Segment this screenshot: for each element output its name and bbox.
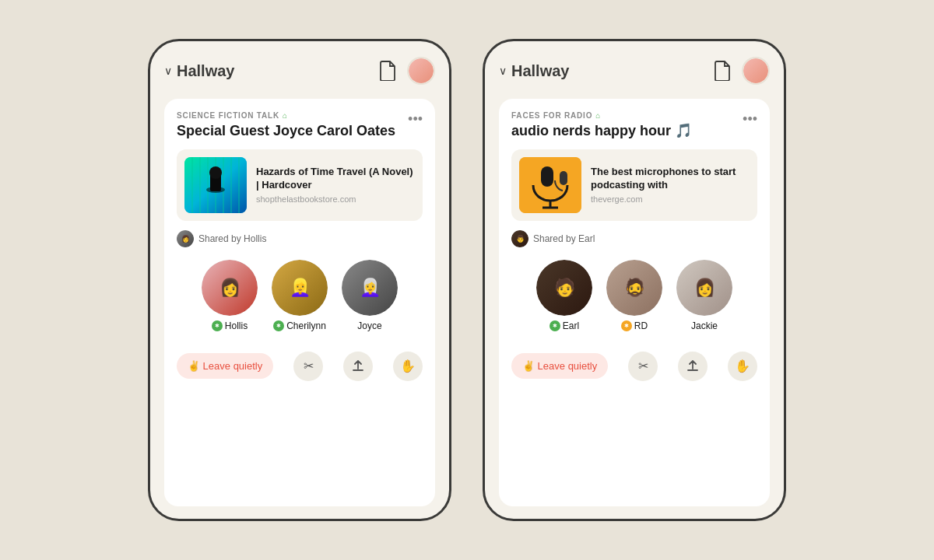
active-dot-cherilynn: ✱ <box>273 320 284 331</box>
participant-earl: 🧑 ✱ Earl <box>536 260 592 331</box>
phone-frame-1: ∨ Hallway SCIENCE FICTION TALK ⌂ S <box>148 39 451 521</box>
chevron-down-icon-2: ∨ <box>499 65 507 77</box>
link-domain-2: theverge.com <box>591 194 750 204</box>
participant-name-earl: ✱ Earl <box>550 320 579 331</box>
participant-name-joyce: Joyce <box>357 320 381 331</box>
room-card-1: SCIENCE FICTION TALK ⌂ Special Guest Joy… <box>164 99 435 506</box>
room-category-1: SCIENCE FICTION TALK ⌂ <box>177 111 402 120</box>
link-title-1: Hazards of Time Travel (A Novel) | Hardc… <box>256 166 415 192</box>
link-thumbnail-2 <box>519 157 581 213</box>
avatar-rd: 🧔 <box>606 260 662 316</box>
shared-avatar-earl: 👨 <box>511 230 528 247</box>
user-avatar-2[interactable] <box>742 57 770 85</box>
avatar-hollis: 👩 <box>202 260 258 316</box>
hallway-title-1: Hallway <box>177 62 234 80</box>
svg-rect-15 <box>560 171 567 185</box>
participant-hollis: 👩 ✱ Hollis <box>202 260 258 331</box>
participant-name-jackie: Jackie <box>691 320 718 331</box>
avatar-joyce: 👩‍🦳 <box>342 260 398 316</box>
room-card-2: FACES FOR RADIO ⌂ audio nerds happy hour… <box>499 99 770 506</box>
participant-cherilynn: 👱‍♀️ ✱ Cherilynn <box>272 260 328 331</box>
card-meta-2: FACES FOR RADIO ⌂ audio nerds happy hour… <box>511 111 736 140</box>
link-preview-2[interactable]: The best microphones to start podcasting… <box>511 149 757 221</box>
leave-quietly-btn-1[interactable]: ✌️ Leave quietly <box>177 353 273 379</box>
participant-joyce: 👩‍🦳 Joyce <box>342 260 398 331</box>
more-options-2[interactable]: ••• <box>736 111 757 128</box>
card-header-2: FACES FOR RADIO ⌂ audio nerds happy hour… <box>511 111 757 140</box>
shared-by-label-1: Shared by Hollis <box>198 233 266 244</box>
chevron-down-icon: ∨ <box>164 65 172 77</box>
participant-rd: 🧔 ✱ RD <box>606 260 662 331</box>
header-right-1 <box>377 57 435 85</box>
participants-1: 👩 ✱ Hollis 👱‍♀️ ✱ Cherilynn 👩‍🦳 <box>177 260 423 331</box>
home-icon-1: ⌂ <box>283 111 288 120</box>
home-icon-2: ⌂ <box>595 111 601 120</box>
phone-frame-2: ∨ Hallway FACES FOR RADIO ⌂ audio <box>483 39 786 521</box>
shared-by-2: 👨 Shared by Earl <box>511 230 757 247</box>
participant-name-cherilynn: ✱ Cherilynn <box>273 320 326 331</box>
card-meta-1: SCIENCE FICTION TALK ⌂ Special Guest Joy… <box>177 111 402 140</box>
header-left-2[interactable]: ∨ Hallway <box>499 62 569 80</box>
scissors-btn-1[interactable]: ✂ <box>293 352 323 381</box>
hallway-title-2: Hallway <box>511 62 569 80</box>
link-title-2: The best microphones to start podcasting… <box>591 166 750 192</box>
card-header-1: SCIENCE FICTION TALK ⌂ Special Guest Joy… <box>177 111 423 140</box>
header-left-1[interactable]: ∨ Hallway <box>164 62 234 80</box>
hand-btn-2[interactable]: ✋ <box>728 352 757 381</box>
shared-by-label-2: Shared by Earl <box>533 233 595 244</box>
user-avatar-1[interactable] <box>407 57 435 85</box>
link-info-1: Hazards of Time Travel (A Novel) | Hardc… <box>256 166 415 205</box>
phone-header-1: ∨ Hallway <box>164 57 435 85</box>
shared-avatar-hollis: 👩 <box>177 230 194 247</box>
active-dot-hollis: ✱ <box>212 320 223 331</box>
participant-name-rd: ✱ RD <box>621 320 648 331</box>
phone-header-2: ∨ Hallway <box>499 57 770 85</box>
link-preview-1[interactable]: Hazards of Time Travel (A Novel) | Hardc… <box>177 149 423 221</box>
link-info-2: The best microphones to start podcasting… <box>591 166 750 205</box>
share-btn-1[interactable] <box>343 352 373 381</box>
avatar-earl: 🧑 <box>536 260 592 316</box>
leave-quietly-btn-2[interactable]: ✌️ Leave quietly <box>511 353 608 379</box>
bottom-toolbar-1: ✌️ Leave quietly ✂ ✋ <box>177 352 423 381</box>
doc-icon-2[interactable] <box>712 60 734 82</box>
participant-jackie: 👩 Jackie <box>676 260 732 331</box>
bottom-toolbar-2: ✌️ Leave quietly ✂ ✋ <box>511 352 757 381</box>
participants-2: 🧑 ✱ Earl 🧔 ✱ RD 👩 <box>511 260 757 331</box>
more-options-1[interactable]: ••• <box>402 111 423 128</box>
header-right-2 <box>712 57 770 85</box>
avatar-jackie: 👩 <box>676 260 732 316</box>
room-title-2: audio nerds happy hour 🎵 <box>511 122 736 140</box>
doc-icon-1[interactable] <box>377 60 399 82</box>
room-category-2: FACES FOR RADIO ⌂ <box>511 111 736 120</box>
shared-by-1: 👩 Shared by Hollis <box>177 230 423 247</box>
scissors-btn-2[interactable]: ✂ <box>628 352 658 381</box>
participant-name-hollis: ✱ Hollis <box>212 320 248 331</box>
share-btn-2[interactable] <box>678 352 708 381</box>
active-dot-earl: ✱ <box>550 320 560 331</box>
link-thumbnail-1 <box>184 157 247 213</box>
avatar-cherilynn: 👱‍♀️ <box>272 260 328 316</box>
active-dot-rd: ✱ <box>621 320 632 331</box>
hand-btn-1[interactable]: ✋ <box>393 352 423 381</box>
svg-point-10 <box>209 166 222 179</box>
svg-rect-12 <box>541 166 553 187</box>
link-domain-1: shopthelastbookstore.com <box>256 194 415 204</box>
room-title-1: Special Guest Joyce Carol Oates <box>177 122 402 140</box>
